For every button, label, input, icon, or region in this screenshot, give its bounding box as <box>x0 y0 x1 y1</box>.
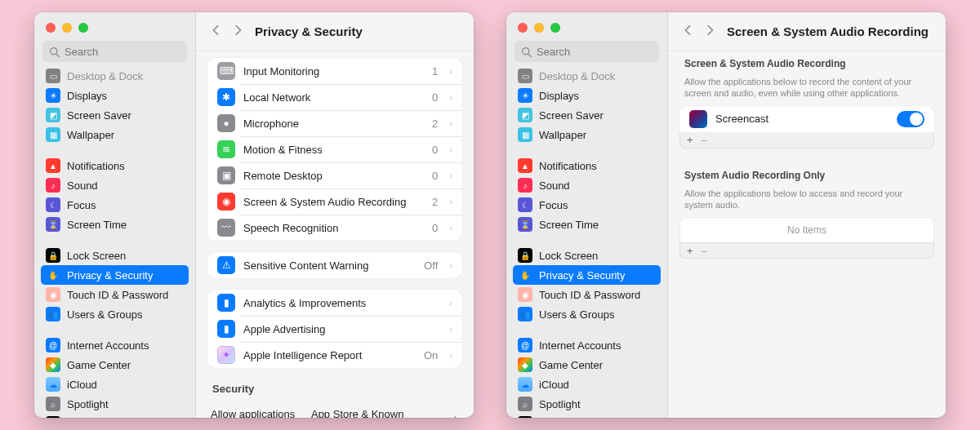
search-field[interactable] <box>42 41 187 62</box>
sidebar-item-internet-accounts[interactable]: @Internet Accounts <box>513 335 661 355</box>
setting-row-apple-advertising[interactable]: ▮Apple Advertising› <box>207 316 462 342</box>
minimize-icon[interactable] <box>534 23 544 33</box>
nav-forward-icon[interactable] <box>706 24 715 38</box>
setting-row-speech-recognition[interactable]: 〰Speech Recognition0› <box>207 215 462 241</box>
chevron-right-icon: › <box>449 92 452 102</box>
sidebar-item-label: Spotlight <box>539 398 581 410</box>
zoom-icon[interactable] <box>78 23 88 33</box>
search-input[interactable] <box>537 46 653 58</box>
sidebar-item-focus[interactable]: ☾Focus <box>513 195 661 215</box>
close-icon[interactable] <box>46 23 56 33</box>
sidebar-item-displays[interactable]: ☀Displays <box>41 86 189 105</box>
setting-row-screen-system-audio-recording[interactable]: ◉Screen & System Audio Recording2› <box>207 188 462 215</box>
setting-label: Microphone <box>243 117 424 130</box>
section-subtitle: Allow the applications below to access a… <box>679 186 934 218</box>
sidebar-item-label: Touch ID & Password <box>67 289 168 301</box>
sidebar-item-spotlight[interactable]: ⌕Spotlight <box>41 394 189 414</box>
hourglass-icon: ⌛ <box>46 217 60 232</box>
setting-value: 0 <box>432 91 438 104</box>
sidebar-item-sound[interactable]: ♪Sound <box>41 175 189 195</box>
sidebar-item-game-center[interactable]: ◆Game Center <box>41 355 189 375</box>
sidebar-item-sound[interactable]: ♪Sound <box>513 175 661 195</box>
setting-value: 2 <box>432 196 438 208</box>
sidebar-item-game-center[interactable]: ◆Game Center <box>513 355 661 375</box>
sidebar-item-label: Internet Accounts <box>539 339 621 352</box>
sidebar-item-icloud[interactable]: ☁iCloud <box>513 375 661 394</box>
audio-footer: + – <box>679 242 934 259</box>
sidebar-item-users-groups[interactable]: 👥Users & Groups <box>513 304 661 324</box>
chevron-right-icon: › <box>449 324 452 334</box>
speech-icon: 〰 <box>217 219 235 237</box>
sidebar-item-wallpaper[interactable]: ▦Wallpaper <box>513 125 661 144</box>
lock-icon: 🔒 <box>46 248 60 263</box>
sidebar-item-screen-time[interactable]: ⌛Screen Time <box>513 215 661 234</box>
setting-row-remote-desktop[interactable]: ▣Remote Desktop0› <box>207 162 462 188</box>
sidebar-item-wallpaper[interactable]: ▦Wallpaper <box>41 125 189 144</box>
wallpaper-icon: ▦ <box>518 127 532 142</box>
sidebar-item-desktop-dock[interactable]: ▭Desktop & Dock <box>513 69 661 86</box>
chevron-right-icon: › <box>449 350 452 360</box>
setting-row-input-monitoring[interactable]: ⌨Input Monitoring1› <box>207 58 462 84</box>
sidebar-item-notifications[interactable]: ▲Notifications <box>41 156 189 175</box>
sidebar: ▭Desktop & Dock☀Displays◩Screen Saver▦Wa… <box>506 12 668 418</box>
sidebar-item-label: Game Center <box>67 359 131 371</box>
sidebar-item-wallet-apple-pay[interactable]: ▮Wallet & Apple Pay <box>513 414 661 418</box>
hand-icon: ✋ <box>518 268 532 282</box>
zoom-icon[interactable] <box>550 23 560 33</box>
sidebar-item-focus[interactable]: ☾Focus <box>41 195 189 215</box>
allow-applications-from-row[interactable]: Allow applications from App Store & Know… <box>207 400 462 418</box>
sidebar-item-screen-time[interactable]: ⌛Screen Time <box>41 215 189 234</box>
search-field[interactable] <box>514 41 659 62</box>
content-pane: Privacy & Security ⌨Input Monitoring1›✱L… <box>196 12 474 418</box>
content-scroll[interactable]: ⌨Input Monitoring1›✱Local Network0›●Micr… <box>196 51 474 418</box>
setting-row-microphone[interactable]: ●Microphone2› <box>207 110 462 136</box>
section-title: Screen & System Audio Recording <box>679 58 934 74</box>
allow-from-select[interactable]: App Store & Known Developers ▲▼ <box>311 408 459 418</box>
sidebar-item-screen-saver[interactable]: ◩Screen Saver <box>41 105 189 125</box>
nav-back-icon[interactable] <box>683 24 693 38</box>
setting-value: 0 <box>432 222 438 234</box>
sidebar-item-lock-screen[interactable]: 🔒Lock Screen <box>41 246 189 265</box>
sidebar-item-displays[interactable]: ☀Displays <box>513 86 661 105</box>
sidebar-item-privacy-security[interactable]: ✋Privacy & Security <box>41 265 189 285</box>
sidebar-item-lock-screen[interactable]: 🔒Lock Screen <box>513 246 661 265</box>
remove-button[interactable]: – <box>702 134 707 146</box>
sidebar-item-touch-id-password[interactable]: ◉Touch ID & Password <box>41 285 189 304</box>
sidebar-item-internet-accounts[interactable]: @Internet Accounts <box>41 335 189 355</box>
setting-value: 0 <box>432 144 438 156</box>
setting-row-apple-intelligence-report[interactable]: ✦Apple Intelligence ReportOn› <box>207 342 462 368</box>
sidebar-item-icloud[interactable]: ☁iCloud <box>41 375 189 394</box>
sidebar-item-wallet-apple-pay[interactable]: ▮Wallet & Apple Pay <box>41 414 189 418</box>
analytics-icon: ▮ <box>217 294 235 312</box>
sidebar-item-screen-saver[interactable]: ◩Screen Saver <box>513 105 661 125</box>
sidebar-item-label: Wallpaper <box>67 129 114 141</box>
sidebar-item-desktop-dock[interactable]: ▭Desktop & Dock <box>41 69 189 86</box>
setting-row-motion-fitness[interactable]: ≋Motion & Fitness0› <box>207 136 462 162</box>
close-icon[interactable] <box>518 23 528 33</box>
sidebar-item-label: Wallet & Apple Pay <box>539 418 629 419</box>
sidebar-item-label: Lock Screen <box>539 250 598 262</box>
sidebar-item-notifications[interactable]: ▲Notifications <box>513 156 661 175</box>
sidebar-item-label: Displays <box>67 90 107 102</box>
search-input[interactable] <box>65 46 180 58</box>
chevron-right-icon: › <box>449 260 452 270</box>
sidebar-item-spotlight[interactable]: ⌕Spotlight <box>513 394 661 414</box>
setting-row-analytics-improvements[interactable]: ▮Analytics & Improvements› <box>207 290 462 316</box>
minimize-icon[interactable] <box>62 23 72 33</box>
setting-row-local-network[interactable]: ✱Local Network0› <box>207 84 462 110</box>
nav-back-icon[interactable] <box>211 24 220 38</box>
section-title: System Audio Recording Only <box>679 163 934 186</box>
app-row-screencast[interactable]: Screencast <box>679 106 934 132</box>
remove-button[interactable]: – <box>702 245 707 257</box>
content-scroll[interactable]: Screen & System Audio Recording Allow th… <box>668 51 946 418</box>
sidebar-item-privacy-security[interactable]: ✋Privacy & Security <box>513 265 661 285</box>
add-button[interactable]: + <box>687 245 693 257</box>
add-button[interactable]: + <box>687 134 693 146</box>
sidebar-item-label: Desktop & Dock <box>539 70 615 82</box>
sidebar-item-users-groups[interactable]: 👥Users & Groups <box>41 304 189 324</box>
nav-forward-icon[interactable] <box>234 24 243 38</box>
toggle-switch[interactable] <box>897 111 924 127</box>
setting-row-sensitive-content-warning[interactable]: ⚠Sensitive Content WarningOff› <box>207 252 462 278</box>
sidebar-list-right: ▭Desktop & Dock☀Displays◩Screen Saver▦Wa… <box>506 69 667 418</box>
sidebar-item-touch-id-password[interactable]: ◉Touch ID & Password <box>513 285 661 304</box>
